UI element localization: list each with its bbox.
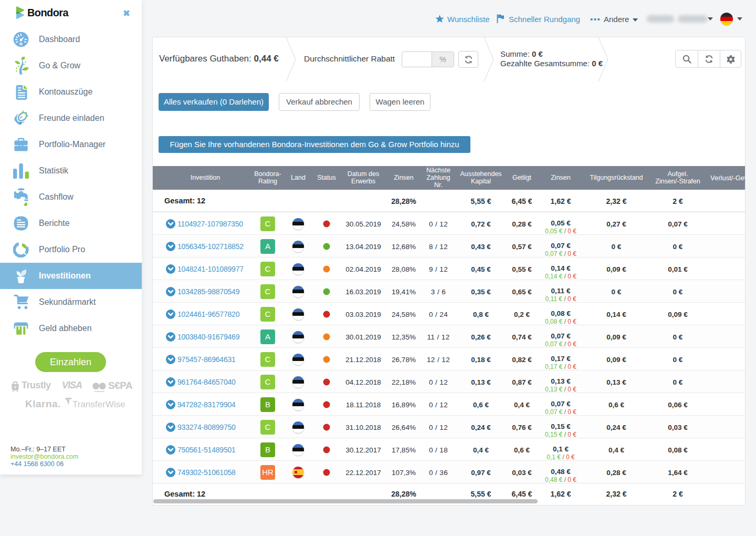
- svg-text:T: T: [14, 385, 17, 390]
- svg-text:B: B: [19, 42, 23, 46]
